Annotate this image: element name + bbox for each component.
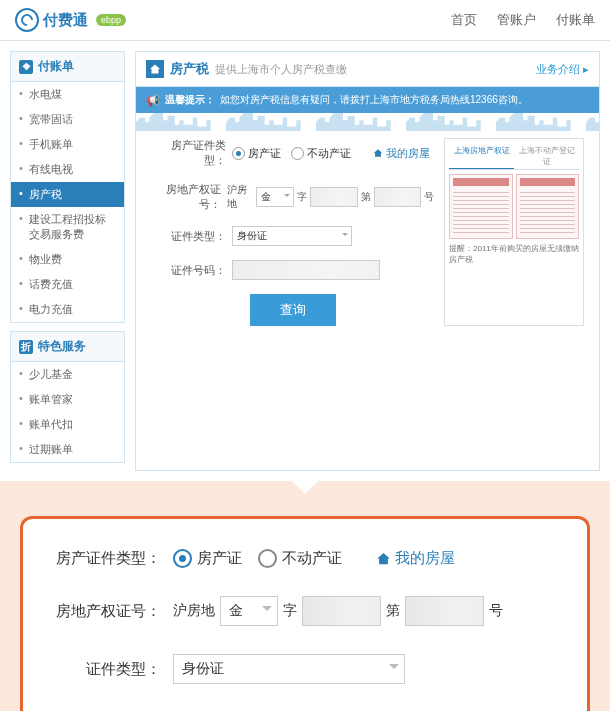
house-icon (146, 60, 164, 78)
main-panel: 房产税 提供上海市个人房产税查缴 业务介绍 ▸ 📢 温馨提示： 如您对房产税信息… (135, 51, 600, 471)
sidebar-item-property-fee[interactable]: 物业费 (11, 247, 124, 272)
query-button[interactable]: 查询 (250, 294, 336, 326)
logo-icon (15, 8, 39, 32)
radio-icon (232, 147, 245, 160)
sidebar-item-property-tax[interactable]: 房产税 (11, 182, 124, 207)
id-type-select[interactable]: 身份证 (232, 226, 352, 246)
sidebar-item-phone-recharge[interactable]: 话费充值 (11, 272, 124, 297)
sidebar-item-mobile[interactable]: 手机账单 (11, 132, 124, 157)
radio-icon (173, 549, 192, 568)
callout-cert-input-2[interactable] (405, 596, 484, 626)
sample-image-2 (516, 174, 580, 239)
label-cert-no: 房地产权证号： (151, 182, 227, 212)
sidebar-item-utilities[interactable]: 水电煤 (11, 82, 124, 107)
radio-realestate-cert[interactable]: 不动产证 (291, 146, 351, 161)
id-number-input[interactable] (232, 260, 380, 280)
page-title: 房产税 (170, 60, 209, 78)
sidebar-item-broadband[interactable]: 宽带固话 (11, 107, 124, 132)
sample-panel: 上海房地产权证 上海不动产登记证 提醒：2011年前购买的房屋无须缴纳房产税 (444, 138, 584, 326)
sidebar-item-child-fund[interactable]: 少儿基金 (11, 362, 124, 387)
special-icon: 折 (19, 340, 33, 354)
sidebar-item-bill-withhold[interactable]: 账单代扣 (11, 412, 124, 437)
sidebar-item-power-recharge[interactable]: 电力充值 (11, 297, 124, 322)
sample-tab-realestate[interactable]: 上海不动产登记证 (514, 143, 579, 169)
bill-icon: ❖ (19, 60, 33, 74)
radio-icon (258, 549, 277, 568)
callout-radio-realestate[interactable]: 不动产证 (258, 549, 342, 568)
callout-cert-input-1[interactable] (302, 596, 381, 626)
sample-note: 提醒：2011年前购买的房屋无须缴纳房产税 (449, 243, 579, 265)
callout-label-doc-type: 房产证件类型： (51, 549, 173, 568)
cert-input-1[interactable] (310, 187, 357, 207)
label-id-type: 证件类型： (151, 229, 232, 244)
intro-link[interactable]: 业务介绍 ▸ (536, 62, 589, 77)
top-nav: 首页 管账户 付账单 (451, 11, 595, 29)
district-select[interactable]: 金 (256, 187, 294, 207)
callout-label-cert-no: 房地产权证号： (51, 602, 173, 621)
speaker-icon: 📢 (146, 94, 160, 107)
callout-my-house-link[interactable]: 我的房屋 (376, 549, 455, 568)
sidebar-item-expired-bill[interactable]: 过期账单 (11, 437, 124, 462)
cert-input-2[interactable] (374, 187, 421, 207)
nav-bill[interactable]: 付账单 (556, 11, 595, 29)
callout-label-id-type: 证件类型： (51, 660, 173, 679)
sample-tab-property[interactable]: 上海房地产权证 (449, 143, 514, 169)
label-id-no: 证件号码： (151, 263, 232, 278)
my-house-link[interactable]: 我的房屋 (373, 146, 430, 161)
sidebar-item-bill-manager[interactable]: 账单管家 (11, 387, 124, 412)
nav-home[interactable]: 首页 (451, 11, 477, 29)
logo-badge: ebpp (96, 14, 126, 26)
sample-image-1 (449, 174, 513, 239)
callout-id-type-select[interactable]: 身份证 (173, 654, 405, 684)
header: 付费通 ebpp 首页 管账户 付账单 (0, 0, 610, 41)
sidebar: ❖ 付账单 水电煤 宽带固话 手机账单 有线电视 房产税 建设工程招投标交易服务… (10, 51, 125, 471)
label-doc-type: 房产证件类型： (151, 138, 232, 168)
callout-district-select[interactable]: 金 (220, 596, 278, 626)
notice-banner: 📢 温馨提示： 如您对房产税信息有疑问，请拨打上海市地方税务局热线12366咨询… (136, 87, 599, 113)
radio-icon (291, 147, 304, 160)
sidebar-item-cabletv[interactable]: 有线电视 (11, 157, 124, 182)
sidebar-item-construction[interactable]: 建设工程招投标交易服务费 (11, 207, 124, 247)
sidebar-header-bills: ❖ 付账单 (11, 52, 124, 82)
callout-arrow-icon (291, 480, 319, 508)
callout-panel: 房产证件类型： 房产证 不动产证 我的房屋 (20, 516, 590, 711)
logo[interactable]: 付费通 ebpp (15, 8, 126, 32)
logo-text: 付费通 (43, 11, 88, 30)
page-subtitle: 提供上海市个人房产税查缴 (215, 62, 347, 77)
nav-account[interactable]: 管账户 (497, 11, 536, 29)
sidebar-header-special: 折 特色服务 (11, 332, 124, 362)
callout-radio-property[interactable]: 房产证 (173, 549, 242, 568)
radio-property-cert[interactable]: 房产证 (232, 146, 281, 161)
